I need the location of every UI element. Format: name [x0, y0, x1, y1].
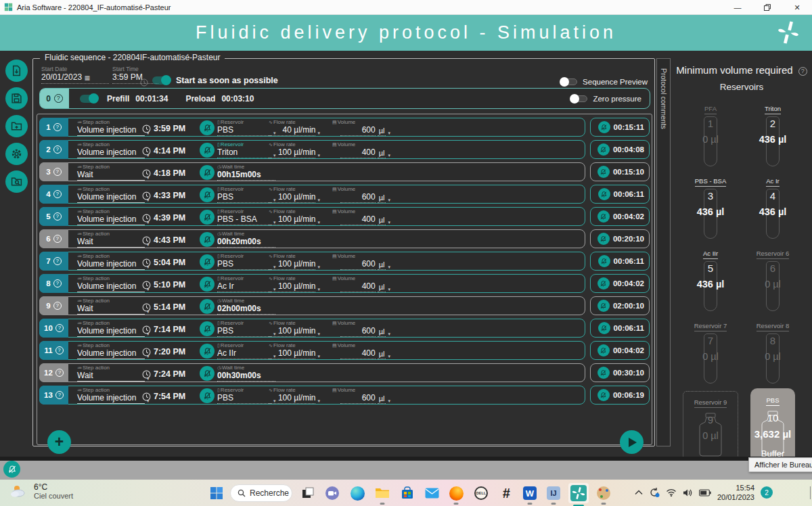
- step-duration-chip[interactable]: 00:06:11: [590, 319, 650, 338]
- step-action-select[interactable]: ≔Step action Wait▾: [77, 298, 150, 315]
- start-time-field[interactable]: Start Time 3:59 PM: [112, 66, 158, 84]
- help-icon[interactable]: ?: [53, 279, 62, 288]
- mute-notifications-button[interactable]: [3, 461, 20, 478]
- step-duration-chip[interactable]: 02:00:10: [590, 296, 650, 315]
- firefox-button[interactable]: [448, 485, 464, 501]
- help-icon[interactable]: ?: [55, 391, 64, 399]
- step-alarm-button[interactable]: [200, 366, 215, 381]
- reservoir-item[interactable]: Reservoir 8 8 0 µl: [744, 319, 802, 386]
- volume-field[interactable]: ▤Volume 600µl▾: [332, 119, 390, 136]
- start-date-field[interactable]: Start Date 20/01/2023 ▦: [41, 66, 109, 84]
- step-action-select[interactable]: ≔Step action Wait▾: [77, 231, 150, 248]
- step-action-select[interactable]: ≔Step action Volume injection▾: [77, 342, 150, 359]
- help-icon[interactable]: ?: [55, 324, 64, 332]
- flow-rate-field[interactable]: ∿Flow rate 100 µl/min▾: [269, 141, 320, 158]
- reservoir-select[interactable]: ▯Reservoir Ac IIr▾: [217, 342, 276, 359]
- step-action-select[interactable]: ≔Step action Volume injection▾: [77, 253, 150, 270]
- help-icon[interactable]: ?: [54, 94, 63, 103]
- step-duration-chip[interactable]: 00:04:02: [590, 341, 650, 360]
- step-alarm-button[interactable]: [200, 388, 215, 403]
- step-alarm-button[interactable]: [200, 254, 215, 269]
- step-action-select[interactable]: ≔Step action Wait▾: [77, 365, 150, 382]
- step-action-select[interactable]: ≔Step action Wait▾: [77, 164, 150, 181]
- step-action-select[interactable]: ≔Step action Volume injection▾: [77, 208, 150, 225]
- reservoir-item[interactable]: PBS - BSA 3 436 µl: [681, 174, 740, 241]
- volume-tray-icon[interactable]: [683, 488, 693, 497]
- step-action-select[interactable]: ≔Step action Volume injection▾: [77, 275, 150, 292]
- step-alarm-button[interactable]: [200, 165, 215, 180]
- aria-app-button[interactable]: [568, 483, 589, 503]
- reservoir-item[interactable]: Reservoir 9 9 0 µl: [683, 391, 738, 461]
- help-icon[interactable]: ?: [53, 168, 62, 176]
- flow-rate-field[interactable]: ∿Flow rate 100 µl/min▾: [269, 342, 320, 359]
- help-icon[interactable]: ?: [798, 67, 807, 76]
- sync-tray-icon[interactable]: [649, 487, 660, 498]
- save-protocol-button[interactable]: [5, 87, 28, 110]
- step-duration-chip[interactable]: 00:04:02: [590, 207, 650, 226]
- new-protocol-button[interactable]: [5, 60, 28, 82]
- reservoir-select[interactable]: ▯Reservoir Ac Ir▾: [217, 275, 276, 292]
- reservoir-item[interactable]: PBS 10 3,632 µl Buffer: [750, 388, 795, 464]
- step-duration-chip[interactable]: 00:06:11: [590, 185, 650, 204]
- step-duration-chip[interactable]: 00:20:10: [590, 229, 650, 248]
- flow-rate-field[interactable]: ∿Flow rate 100 µl/min▾: [269, 208, 320, 225]
- word-button[interactable]: W: [522, 485, 538, 501]
- sequence-preview-toggle[interactable]: [561, 78, 577, 85]
- teams-app-button[interactable]: [324, 485, 340, 501]
- notification-badge[interactable]: 2: [761, 486, 773, 499]
- protocol-comments-tab[interactable]: Protocol comments: [656, 58, 671, 446]
- flow-rate-field[interactable]: ∿Flow rate 40 µl/min▾: [269, 119, 320, 136]
- step-action-select[interactable]: ≔Step action Volume injection▾: [77, 387, 150, 404]
- volume-field[interactable]: ▤Volume 600µl▾: [332, 320, 390, 337]
- wait-time-field[interactable]: ◷Wait time 00h20m00s: [217, 231, 275, 248]
- reservoir-select[interactable]: ▯Reservoir PBS - BSA▾: [217, 208, 276, 225]
- volume-field[interactable]: ▤Volume 600µl▾: [332, 387, 390, 404]
- step-alarm-button[interactable]: [200, 299, 215, 314]
- reservoir-item[interactable]: Ac IIr 5 436 µl: [681, 246, 740, 313]
- mail-app-button[interactable]: [424, 485, 440, 501]
- step-duration-chip[interactable]: 00:04:08: [590, 140, 650, 159]
- step-duration-chip[interactable]: 00:30:10: [590, 363, 650, 382]
- help-icon[interactable]: ?: [53, 145, 62, 154]
- add-step-button[interactable]: +: [47, 430, 71, 454]
- reservoir-item[interactable]: PFA 1 0 µl: [681, 101, 740, 168]
- step-alarm-button[interactable]: [200, 277, 215, 292]
- wifi-tray-icon[interactable]: [666, 488, 677, 497]
- flow-rate-field[interactable]: ∿Flow rate 100 µl/min▾: [269, 186, 320, 203]
- browse-protocols-button[interactable]: [5, 170, 28, 193]
- step-alarm-button[interactable]: [200, 187, 215, 202]
- step-alarm-button[interactable]: [200, 143, 215, 158]
- settings-button[interactable]: [5, 143, 28, 165]
- dell-app-button[interactable]: DELL: [473, 485, 489, 501]
- volume-field[interactable]: ▤Volume 400µl▾: [332, 141, 390, 158]
- volume-field[interactable]: ▤Volume 400µl▾: [332, 208, 390, 225]
- help-icon[interactable]: ?: [53, 235, 62, 243]
- hash-app-button[interactable]: #: [498, 485, 514, 501]
- restore-button[interactable]: [752, 0, 782, 15]
- reservoir-item[interactable]: Triton 2 436 µl: [744, 101, 802, 168]
- reservoir-item[interactable]: Reservoir 6 6 0 µl: [744, 246, 802, 313]
- reservoir-select[interactable]: ▯Reservoir PBS▾: [217, 186, 276, 203]
- taskbar-weather-widget[interactable]: 6°C Ciel couvert: [9, 482, 73, 500]
- step-alarm-button[interactable]: [200, 210, 215, 225]
- reservoir-select[interactable]: ▯Reservoir PBS▾: [217, 119, 276, 136]
- ms-store-button[interactable]: [399, 485, 415, 501]
- volume-field[interactable]: ▤Volume 600µl▾: [332, 253, 390, 270]
- asap-toggle[interactable]: [152, 76, 170, 85]
- file-explorer-button[interactable]: [374, 485, 390, 501]
- help-icon[interactable]: ?: [55, 369, 64, 377]
- start-button[interactable]: [208, 485, 225, 501]
- help-icon[interactable]: ?: [53, 190, 62, 198]
- open-protocol-button[interactable]: [5, 115, 28, 137]
- taskbar-search[interactable]: Recherche: [230, 484, 292, 502]
- step-duration-chip[interactable]: 00:15:11: [590, 118, 650, 137]
- reservoir-select[interactable]: ▯Reservoir Triton▾: [217, 141, 276, 158]
- step-duration-chip[interactable]: 00:15:10: [590, 162, 650, 181]
- step-action-select[interactable]: ≔Step action Volume injection▾: [77, 186, 150, 203]
- step-action-select[interactable]: ≔Step action Volume injection▾: [77, 320, 150, 337]
- help-icon[interactable]: ?: [53, 123, 62, 131]
- zero-pressure-toggle[interactable]: [571, 95, 587, 102]
- wait-time-field[interactable]: ◷Wait time 00h30m00s: [217, 365, 275, 382]
- show-desktop-button[interactable]: [810, 486, 811, 499]
- close-button[interactable]: ✕: [782, 0, 812, 15]
